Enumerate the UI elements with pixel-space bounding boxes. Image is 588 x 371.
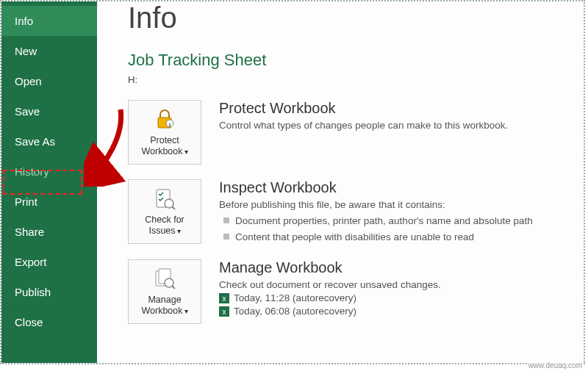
- svg-rect-2: [169, 123, 171, 127]
- backstage-sidebar: Info New Open Save Save As History Print…: [1, 1, 97, 363]
- inspect-issues-list: Document properties, printer path, autho…: [219, 213, 575, 245]
- inspect-title: Inspect Workbook: [219, 179, 575, 196]
- checklist-search-icon: [152, 187, 177, 212]
- section-manage: Manage Workbook▾ Manage Workbook Check o…: [128, 259, 575, 324]
- version-label: Today, 11:28 (autorecovery): [234, 292, 356, 303]
- dropdown-caret-icon: ▾: [184, 307, 188, 315]
- excel-file-icon: x: [219, 306, 229, 317]
- info-panel: Info Job Tracking Sheet H: Protect Workb…: [97, 1, 584, 363]
- sidebar-item-close[interactable]: Close: [1, 307, 97, 337]
- list-item: Document properties, printer path, autho…: [219, 213, 575, 229]
- manage-workbook-button[interactable]: Manage Workbook▾: [128, 259, 201, 324]
- watermark: www.deuaq.com: [527, 361, 584, 370]
- sidebar-item-save-as[interactable]: Save As: [1, 126, 97, 156]
- svg-line-5: [172, 206, 175, 209]
- svg-text:x: x: [223, 295, 226, 303]
- manage-title: Manage Workbook: [219, 259, 575, 276]
- manage-tile-label: Manage Workbook: [141, 295, 182, 316]
- svg-line-9: [172, 286, 175, 289]
- sidebar-item-publish[interactable]: Publish: [1, 277, 97, 307]
- section-protect: Protect Workbook▾ Protect Workbook Contr…: [128, 100, 575, 165]
- protect-desc: Control what types of changes people can…: [219, 120, 575, 131]
- document-title: Job Tracking Sheet: [128, 51, 575, 70]
- document-path: H:: [128, 74, 575, 85]
- protect-workbook-button[interactable]: Protect Workbook▾: [128, 100, 201, 165]
- section-inspect: Check for Issues▾ Inspect Workbook Befor…: [128, 179, 575, 245]
- sidebar-item-save[interactable]: Save: [1, 96, 97, 126]
- dropdown-caret-icon: ▾: [177, 227, 181, 235]
- sidebar-item-share[interactable]: Share: [1, 217, 97, 247]
- list-item: Content that people with disabilities ar…: [219, 229, 575, 245]
- manage-desc: Check out document or recover unsaved ch…: [219, 279, 575, 290]
- excel-file-icon: x: [219, 293, 229, 303]
- protect-tile-label: Protect Workbook: [141, 135, 182, 156]
- sidebar-item-print[interactable]: Print: [1, 187, 97, 217]
- sidebar-item-info[interactable]: Info: [1, 6, 97, 36]
- version-item[interactable]: x Today, 06:08 (autorecovery): [219, 306, 575, 317]
- svg-text:x: x: [223, 308, 226, 316]
- version-label: Today, 06:08 (autorecovery): [234, 306, 356, 317]
- documents-search-icon: [152, 267, 177, 292]
- inspect-desc: Before publishing this file, be aware th…: [219, 199, 575, 210]
- dropdown-caret-icon: ▾: [184, 148, 188, 156]
- page-title: Info: [128, 1, 575, 35]
- check-for-issues-button[interactable]: Check for Issues▾: [128, 179, 201, 244]
- lock-icon: [152, 107, 177, 132]
- sidebar-item-open[interactable]: Open: [1, 66, 97, 96]
- sidebar-item-new[interactable]: New: [1, 36, 97, 66]
- sidebar-item-export[interactable]: Export: [1, 247, 97, 277]
- sidebar-item-history[interactable]: History: [1, 156, 97, 187]
- protect-title: Protect Workbook: [219, 100, 575, 117]
- version-item[interactable]: x Today, 11:28 (autorecovery): [219, 292, 575, 303]
